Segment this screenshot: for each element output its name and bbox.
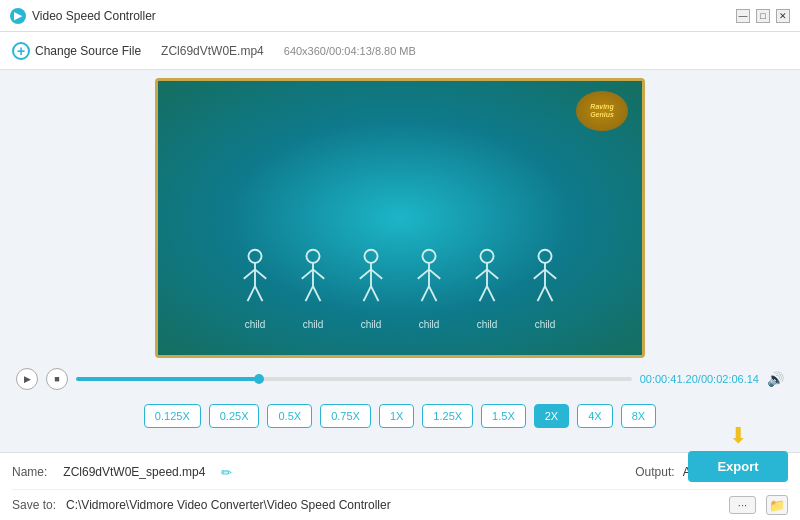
stick-figure: child	[349, 247, 393, 330]
svg-line-21	[429, 269, 440, 278]
speed-button-025X[interactable]: 0.25X	[209, 404, 260, 428]
badge-line2: Genius	[590, 111, 614, 119]
file-name-display: ZCl69dVtW0E.mp4	[161, 44, 264, 58]
stop-button[interactable]: ■	[46, 368, 68, 390]
svg-point-6	[306, 250, 319, 263]
title-controls: — □ ✕	[736, 9, 790, 23]
progress-fill	[76, 377, 259, 381]
svg-line-32	[534, 269, 545, 278]
change-source-label: Change Source File	[35, 44, 141, 58]
minimize-button[interactable]: —	[736, 9, 750, 23]
figure-label: child	[477, 319, 498, 330]
svg-point-18	[422, 250, 435, 263]
svg-line-27	[487, 269, 498, 278]
total-time: 00:02:06.14	[701, 373, 759, 385]
figure-label: child	[245, 319, 266, 330]
svg-line-35	[545, 286, 552, 301]
svg-line-4	[248, 286, 255, 301]
svg-line-17	[371, 286, 378, 301]
speed-button-15X[interactable]: 1.5X	[481, 404, 526, 428]
svg-line-33	[545, 269, 556, 278]
yellow-arrow-export-icon: ⬇	[729, 423, 747, 449]
stick-figure: child	[407, 247, 451, 330]
svg-line-10	[306, 286, 313, 301]
stick-figure: child	[523, 247, 567, 330]
svg-line-20	[418, 269, 429, 278]
speed-button-2X[interactable]: 2X	[534, 404, 569, 428]
svg-line-11	[313, 286, 320, 301]
speed-button-1X[interactable]: 1X	[379, 404, 414, 428]
figure-label: child	[361, 319, 382, 330]
progress-thumb	[254, 374, 264, 384]
svg-line-22	[422, 286, 429, 301]
playback-bar: ▶ ■ 00:00:41.20/00:02:06.14 🔊	[0, 362, 800, 396]
svg-line-9	[313, 269, 324, 278]
add-source-button[interactable]: + Change Source File	[12, 42, 141, 60]
svg-line-5	[255, 286, 262, 301]
svg-line-26	[476, 269, 487, 278]
video-container: Raving Genius child	[0, 70, 800, 362]
speed-button-05X[interactable]: 0.5X	[267, 404, 312, 428]
figure-label: child	[419, 319, 440, 330]
figure-label: child	[535, 319, 556, 330]
open-folder-button[interactable]: 📁	[766, 495, 788, 515]
edit-icon[interactable]: ✏	[221, 465, 232, 480]
name-label: Name:	[12, 465, 47, 479]
save-label: Save to:	[12, 498, 56, 512]
export-button[interactable]: Export	[688, 451, 788, 482]
name-value: ZCl69dVtW0E_speed.mp4	[63, 465, 205, 479]
bottom-bar: Name: ZCl69dVtW0E_speed.mp4 ✏ Output: Au…	[0, 452, 800, 520]
svg-line-8	[302, 269, 313, 278]
svg-line-3	[255, 269, 266, 278]
title-bar: ▶ Video Speed Controller — □ ✕	[0, 0, 800, 32]
figure-label: child	[303, 319, 324, 330]
bottom-row2: Save to: C:\Vidmore\Vidmore Video Conver…	[12, 490, 788, 520]
volume-icon[interactable]: 🔊	[767, 371, 784, 387]
svg-line-28	[480, 286, 487, 301]
time-display: 00:00:41.20/00:02:06.14	[640, 373, 759, 385]
svg-line-23	[429, 286, 436, 301]
output-label: Output:	[635, 465, 674, 479]
svg-point-24	[480, 250, 493, 263]
speed-bar: 0.125X0.25X0.5X0.75X1X1.25X1.5X2X4X8X	[0, 396, 800, 436]
current-time: 00:00:41.20	[640, 373, 698, 385]
badge-line1: Raving	[590, 103, 613, 111]
svg-line-2	[244, 269, 255, 278]
svg-point-12	[364, 250, 377, 263]
raving-genius-badge: Raving Genius	[576, 91, 628, 131]
maximize-button[interactable]: □	[756, 9, 770, 23]
speed-button-4X[interactable]: 4X	[577, 404, 612, 428]
browse-button[interactable]: ···	[729, 496, 756, 514]
save-path: C:\Vidmore\Vidmore Video Converter\Video…	[66, 498, 719, 512]
export-area: ⬇ Export	[688, 423, 788, 482]
app-icon: ▶	[10, 8, 26, 24]
play-button[interactable]: ▶	[16, 368, 38, 390]
svg-point-30	[538, 250, 551, 263]
svg-line-34	[538, 286, 545, 301]
file-meta: 640x360/00:04:13/8.80 MB	[284, 45, 416, 57]
stick-figure: child	[465, 247, 509, 330]
svg-line-29	[487, 286, 494, 301]
svg-line-16	[364, 286, 371, 301]
close-button[interactable]: ✕	[776, 9, 790, 23]
title-left: ▶ Video Speed Controller	[10, 8, 156, 24]
progress-bar[interactable]	[76, 377, 632, 381]
speed-button-075X[interactable]: 0.75X	[320, 404, 371, 428]
title-text: Video Speed Controller	[32, 9, 156, 23]
speed-button-125X[interactable]: 1.25X	[422, 404, 473, 428]
svg-point-0	[248, 250, 261, 263]
speed-button-8X[interactable]: 8X	[621, 404, 656, 428]
toolbar: + Change Source File ZCl69dVtW0E.mp4 640…	[0, 32, 800, 70]
figures-row: child child	[158, 247, 642, 330]
speed-button-0125X[interactable]: 0.125X	[144, 404, 201, 428]
add-icon: +	[12, 42, 30, 60]
stick-figure: child	[291, 247, 335, 330]
svg-line-15	[371, 269, 382, 278]
stick-figure: child	[233, 247, 277, 330]
svg-line-14	[360, 269, 371, 278]
video-frame: Raving Genius child	[155, 78, 645, 358]
bottom-row1: Name: ZCl69dVtW0E_speed.mp4 ✏ Output: Au…	[12, 453, 788, 490]
